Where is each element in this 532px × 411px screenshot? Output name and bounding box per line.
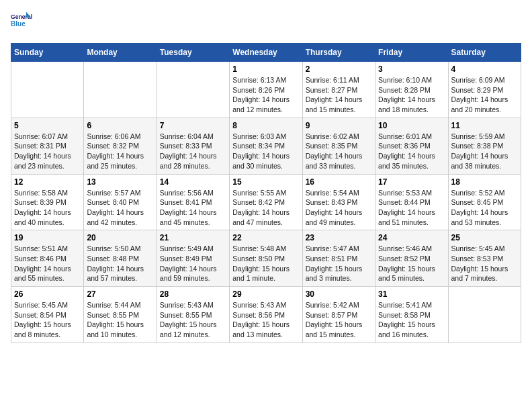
day-content: Sunrise: 5:43 AM Sunset: 8:56 PM Dayligh…	[232, 300, 299, 340]
header-day-monday: Monday	[84, 44, 157, 62]
day-number: 11	[451, 121, 518, 130]
day-content: Sunrise: 6:04 AM Sunset: 8:33 PM Dayligh…	[160, 132, 226, 171]
day-content: Sunrise: 5:56 AM Sunset: 8:41 PM Dayligh…	[160, 188, 226, 228]
svg-text:Blue: Blue	[11, 20, 26, 28]
calendar-cell: 8Sunrise: 6:03 AM Sunset: 8:34 PM Daylig…	[230, 118, 302, 174]
day-number: 3	[378, 64, 445, 74]
day-number: 9	[306, 121, 372, 130]
day-content: Sunrise: 6:10 AM Sunset: 8:28 PM Dayligh…	[378, 75, 445, 115]
day-number: 1	[232, 64, 299, 74]
calendar-cell: 7Sunrise: 6:04 AM Sunset: 8:33 PM Daylig…	[157, 118, 229, 174]
day-number: 16	[306, 177, 372, 187]
calendar-week-row: 26Sunrise: 5:45 AM Sunset: 8:54 PM Dayli…	[11, 287, 521, 343]
calendar-cell: 12Sunrise: 5:58 AM Sunset: 8:39 PM Dayli…	[11, 174, 84, 230]
day-number: 13	[87, 177, 153, 187]
day-number: 29	[232, 289, 299, 299]
day-number: 20	[87, 233, 153, 242]
day-content: Sunrise: 5:44 AM Sunset: 8:55 PM Dayligh…	[87, 300, 153, 340]
logo-icon: General Blue	[11, 11, 35, 35]
calendar-cell: 25Sunrise: 5:45 AM Sunset: 8:53 PM Dayli…	[448, 230, 521, 287]
calendar-cell	[448, 287, 521, 343]
calendar-cell: 29Sunrise: 5:43 AM Sunset: 8:56 PM Dayli…	[230, 287, 302, 343]
day-number: 26	[14, 289, 81, 299]
day-content: Sunrise: 5:54 AM Sunset: 8:43 PM Dayligh…	[306, 188, 372, 228]
day-number: 27	[87, 289, 153, 299]
day-content: Sunrise: 5:58 AM Sunset: 8:39 PM Dayligh…	[14, 188, 81, 228]
day-number: 18	[451, 177, 518, 187]
day-content: Sunrise: 5:43 AM Sunset: 8:55 PM Dayligh…	[160, 300, 226, 340]
calendar-cell: 10Sunrise: 6:01 AM Sunset: 8:36 PM Dayli…	[375, 118, 448, 174]
header-day-friday: Friday	[375, 44, 448, 62]
day-number: 19	[14, 233, 81, 242]
calendar-cell: 2Sunrise: 6:11 AM Sunset: 8:27 PM Daylig…	[302, 62, 375, 118]
day-content: Sunrise: 6:07 AM Sunset: 8:31 PM Dayligh…	[14, 132, 81, 171]
day-content: Sunrise: 5:52 AM Sunset: 8:45 PM Dayligh…	[451, 188, 518, 228]
calendar-cell: 23Sunrise: 5:47 AM Sunset: 8:51 PM Dayli…	[302, 230, 375, 287]
day-number: 2	[306, 64, 372, 74]
day-content: Sunrise: 5:51 AM Sunset: 8:46 PM Dayligh…	[14, 244, 81, 283]
day-content: Sunrise: 5:41 AM Sunset: 8:58 PM Dayligh…	[378, 300, 445, 340]
day-number: 7	[160, 121, 226, 130]
day-content: Sunrise: 6:03 AM Sunset: 8:34 PM Dayligh…	[232, 132, 299, 171]
header-day-thursday: Thursday	[302, 44, 375, 62]
day-content: Sunrise: 6:06 AM Sunset: 8:32 PM Dayligh…	[87, 132, 153, 171]
header-day-saturday: Saturday	[448, 44, 521, 62]
day-content: Sunrise: 5:48 AM Sunset: 8:50 PM Dayligh…	[232, 244, 299, 283]
day-content: Sunrise: 5:45 AM Sunset: 8:53 PM Dayligh…	[451, 244, 518, 283]
calendar-cell: 13Sunrise: 5:57 AM Sunset: 8:40 PM Dayli…	[84, 174, 157, 230]
calendar-cell: 15Sunrise: 5:55 AM Sunset: 8:42 PM Dayli…	[230, 174, 302, 230]
calendar-cell: 31Sunrise: 5:41 AM Sunset: 8:58 PM Dayli…	[375, 287, 448, 343]
calendar-table: SundayMondayTuesdayWednesdayThursdayFrid…	[11, 43, 521, 343]
day-number: 31	[378, 289, 445, 299]
calendar-cell: 4Sunrise: 6:09 AM Sunset: 8:29 PM Daylig…	[448, 62, 521, 118]
day-content: Sunrise: 5:49 AM Sunset: 8:49 PM Dayligh…	[160, 244, 226, 283]
calendar-header-row: SundayMondayTuesdayWednesdayThursdayFrid…	[11, 44, 521, 62]
day-content: Sunrise: 5:42 AM Sunset: 8:57 PM Dayligh…	[306, 300, 372, 340]
day-number: 14	[160, 177, 226, 187]
calendar-cell: 26Sunrise: 5:45 AM Sunset: 8:54 PM Dayli…	[11, 287, 84, 343]
header-day-wednesday: Wednesday	[230, 44, 302, 62]
day-content: Sunrise: 6:13 AM Sunset: 8:26 PM Dayligh…	[232, 75, 299, 115]
day-number: 17	[378, 177, 445, 187]
calendar-cell	[11, 62, 84, 118]
calendar-cell: 9Sunrise: 6:02 AM Sunset: 8:35 PM Daylig…	[302, 118, 375, 174]
day-number: 22	[232, 233, 299, 242]
day-number: 6	[87, 121, 153, 130]
page-header: General Blue	[11, 11, 521, 35]
day-content: Sunrise: 6:09 AM Sunset: 8:29 PM Dayligh…	[451, 75, 518, 115]
calendar-cell: 22Sunrise: 5:48 AM Sunset: 8:50 PM Dayli…	[230, 230, 302, 287]
calendar-cell: 6Sunrise: 6:06 AM Sunset: 8:32 PM Daylig…	[84, 118, 157, 174]
day-content: Sunrise: 5:57 AM Sunset: 8:40 PM Dayligh…	[87, 188, 153, 228]
calendar-cell: 28Sunrise: 5:43 AM Sunset: 8:55 PM Dayli…	[157, 287, 229, 343]
calendar-cell: 17Sunrise: 5:53 AM Sunset: 8:44 PM Dayli…	[375, 174, 448, 230]
calendar-cell: 21Sunrise: 5:49 AM Sunset: 8:49 PM Dayli…	[157, 230, 229, 287]
day-number: 23	[306, 233, 372, 242]
calendar-week-row: 5Sunrise: 6:07 AM Sunset: 8:31 PM Daylig…	[11, 118, 521, 174]
calendar-cell: 11Sunrise: 5:59 AM Sunset: 8:38 PM Dayli…	[448, 118, 521, 174]
day-number: 25	[451, 233, 518, 242]
day-number: 28	[160, 289, 226, 299]
day-number: 21	[160, 233, 226, 242]
calendar-week-row: 12Sunrise: 5:58 AM Sunset: 8:39 PM Dayli…	[11, 174, 521, 230]
day-content: Sunrise: 5:53 AM Sunset: 8:44 PM Dayligh…	[378, 188, 445, 228]
day-number: 8	[232, 121, 299, 130]
day-content: Sunrise: 6:11 AM Sunset: 8:27 PM Dayligh…	[306, 75, 372, 115]
calendar-cell: 3Sunrise: 6:10 AM Sunset: 8:28 PM Daylig…	[375, 62, 448, 118]
calendar-cell: 5Sunrise: 6:07 AM Sunset: 8:31 PM Daylig…	[11, 118, 84, 174]
calendar-week-row: 19Sunrise: 5:51 AM Sunset: 8:46 PM Dayli…	[11, 230, 521, 287]
calendar-cell: 16Sunrise: 5:54 AM Sunset: 8:43 PM Dayli…	[302, 174, 375, 230]
day-content: Sunrise: 5:46 AM Sunset: 8:52 PM Dayligh…	[378, 244, 445, 283]
day-number: 24	[378, 233, 445, 242]
calendar-cell: 1Sunrise: 6:13 AM Sunset: 8:26 PM Daylig…	[230, 62, 302, 118]
day-number: 5	[14, 121, 81, 130]
day-number: 15	[232, 177, 299, 187]
calendar-cell	[157, 62, 229, 118]
calendar-cell: 14Sunrise: 5:56 AM Sunset: 8:41 PM Dayli…	[157, 174, 229, 230]
header-day-sunday: Sunday	[11, 44, 84, 62]
day-content: Sunrise: 5:50 AM Sunset: 8:48 PM Dayligh…	[87, 244, 153, 283]
calendar-cell: 19Sunrise: 5:51 AM Sunset: 8:46 PM Dayli…	[11, 230, 84, 287]
day-content: Sunrise: 5:47 AM Sunset: 8:51 PM Dayligh…	[306, 244, 372, 283]
logo: General Blue	[11, 11, 35, 35]
calendar-cell: 24Sunrise: 5:46 AM Sunset: 8:52 PM Dayli…	[375, 230, 448, 287]
day-content: Sunrise: 5:55 AM Sunset: 8:42 PM Dayligh…	[232, 188, 299, 228]
